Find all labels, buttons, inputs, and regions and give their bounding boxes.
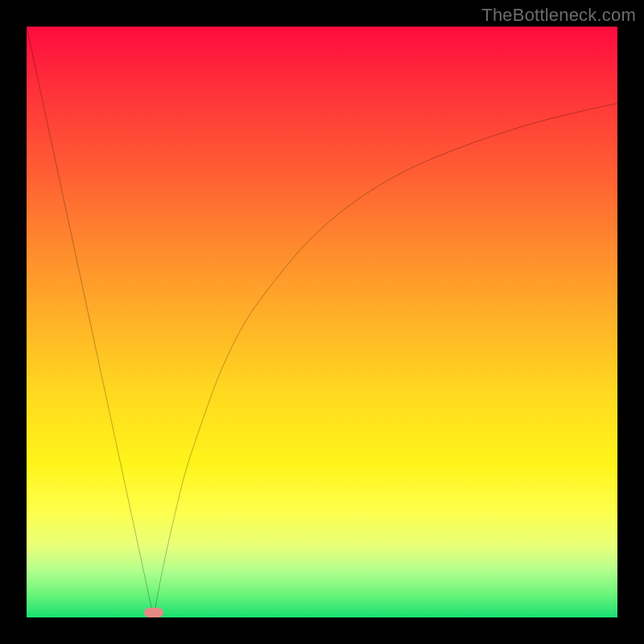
right-curve	[154, 103, 617, 617]
left-line	[27, 27, 154, 617]
plot-area	[27, 27, 617, 617]
bottleneck-marker	[144, 608, 163, 617]
watermark-label: TheBottleneck.com	[481, 5, 636, 26]
chart-lines	[27, 27, 617, 617]
chart-frame: TheBottleneck.com	[0, 0, 644, 644]
